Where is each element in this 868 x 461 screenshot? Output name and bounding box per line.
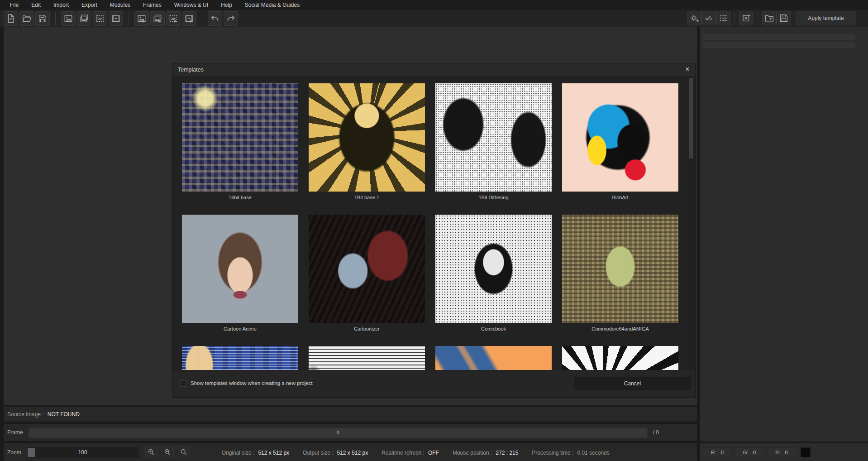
template-thumbnail[interactable] xyxy=(182,83,298,192)
export-image-sequence-icon xyxy=(153,14,162,24)
menu-item-import[interactable]: Import xyxy=(47,0,75,10)
template-thumbnail[interactable] xyxy=(435,215,552,323)
template-folder-add-button[interactable] xyxy=(762,11,777,25)
template-thumbnail[interactable] xyxy=(562,346,678,371)
toolbar-separator xyxy=(758,12,758,24)
template-thumbnail[interactable] xyxy=(309,215,425,323)
open-file-button[interactable] xyxy=(19,11,34,26)
status-field-label: Original size : xyxy=(222,450,255,456)
import-gif-button[interactable]: GIF xyxy=(93,11,107,26)
zoom-tools xyxy=(145,446,190,458)
template-tile[interactable] xyxy=(309,346,425,371)
source-image-label: Source image : xyxy=(7,411,44,418)
status-field: Original size :512 x 512 px xyxy=(222,448,289,456)
zoom-slider-handle[interactable] xyxy=(28,448,35,457)
menu-item-help[interactable]: Help xyxy=(215,0,238,10)
template-delete-button[interactable] xyxy=(739,11,754,25)
frame-bar: Frame 0 / 0 xyxy=(4,423,697,441)
zoom-in-tool-button[interactable] xyxy=(162,446,174,458)
template-tile[interactable]: Commodore64andAMIGA xyxy=(562,215,678,332)
zoom-out-tool-button[interactable] xyxy=(145,446,157,458)
sidebar-row[interactable] xyxy=(703,42,855,48)
template-tile[interactable]: 1Bit Dithering xyxy=(435,83,552,201)
toolbar-right-group: Apply template xyxy=(687,11,856,25)
dialog-scrollbar-thumb[interactable] xyxy=(689,78,693,158)
template-label: Commodore64andAMIGA xyxy=(562,326,678,332)
export-image-sequence-button[interactable] xyxy=(150,11,165,26)
import-image-sequence-button[interactable] xyxy=(77,11,91,26)
frame-label: Frame xyxy=(7,429,23,436)
dialog-header[interactable]: Templates × xyxy=(172,63,695,77)
menu-item-social-media-guides[interactable]: Social Media & Guides xyxy=(238,0,306,10)
template-tile[interactable]: Comicbook xyxy=(435,215,552,332)
template-list-add-button[interactable] xyxy=(716,11,730,25)
frame-slider[interactable]: 0 xyxy=(29,427,648,438)
save-file-button[interactable] xyxy=(35,11,50,26)
undo-button[interactable] xyxy=(208,11,222,26)
template-check-button[interactable] xyxy=(701,11,716,25)
menu-item-edit[interactable]: Edit xyxy=(25,0,47,10)
menu-item-export[interactable]: Export xyxy=(75,0,104,10)
cancel-button[interactable]: Cancel xyxy=(574,377,691,390)
template-thumbnail[interactable] xyxy=(309,346,425,371)
export-video-button[interactable] xyxy=(182,11,196,26)
status-field-label: Realtime refresh : xyxy=(382,450,424,456)
template-thumbnail[interactable] xyxy=(435,83,552,192)
zoom-reset-tool-button[interactable] xyxy=(178,446,190,458)
import-image-button[interactable] xyxy=(61,11,76,26)
template-thumbnail[interactable] xyxy=(309,83,425,192)
template-thumbnail[interactable] xyxy=(435,346,552,371)
zoom-in-tool-icon xyxy=(163,448,172,457)
close-icon[interactable]: × xyxy=(682,64,692,74)
template-label: Comicbook xyxy=(435,326,552,332)
toolbar-separator xyxy=(202,12,202,25)
template-settings-button[interactable] xyxy=(687,11,701,25)
menu-item-windows-ui[interactable]: Windows & UI xyxy=(168,0,215,10)
rgb-value: 0 xyxy=(721,450,724,455)
dialog-footer: Show templates window when creating a ne… xyxy=(172,370,695,397)
export-gif-button[interactable]: GIF xyxy=(166,11,181,26)
status-fields: Original size :512 x 512 pxOutput size :… xyxy=(222,448,610,456)
template-tile[interactable]: Cartoon Anime xyxy=(182,215,298,332)
template-list-add-icon xyxy=(718,13,728,23)
frame-value: 0 xyxy=(337,430,339,435)
import-image-sequence-icon xyxy=(79,14,89,24)
toolbar-separator xyxy=(734,12,735,24)
template-tile[interactable]: 1Bit base 1 xyxy=(309,83,425,201)
template-tile[interactable]: Cartoonizer xyxy=(309,215,425,332)
template-thumbnail[interactable] xyxy=(182,215,298,323)
sidebar-row[interactable] xyxy=(703,34,855,40)
import-video-button[interactable] xyxy=(109,11,123,26)
rgb-label: G: xyxy=(743,450,749,455)
menu-item-frames[interactable]: Frames xyxy=(137,0,168,10)
color-swatch xyxy=(801,447,811,457)
rgb-value: 0 xyxy=(785,450,787,455)
template-tile[interactable]: 16bit base xyxy=(182,83,298,201)
status-field-label: Processing time : xyxy=(532,450,573,456)
new-file-button[interactable] xyxy=(4,11,18,26)
template-thumbnail[interactable] xyxy=(182,346,298,371)
template-tile[interactable] xyxy=(182,346,298,371)
status-field-value: 512 x 512 px xyxy=(258,450,289,456)
zoom-bar: Zoom 100 Original size :512 x 512 pxOutp… xyxy=(4,443,697,461)
menu-bar: FileEditImportExportModulesFramesWindows… xyxy=(0,0,868,10)
status-field-value: OFF xyxy=(428,450,439,456)
export-image-button[interactable] xyxy=(134,11,149,26)
redo-button[interactable] xyxy=(224,11,238,26)
menu-item-file[interactable]: File xyxy=(4,0,25,10)
menu-item-modules[interactable]: Modules xyxy=(104,0,137,10)
svg-text:GIF: GIF xyxy=(171,17,176,20)
template-tile[interactable]: BlobArt xyxy=(562,83,678,201)
apply-template-button[interactable]: Apply template xyxy=(796,11,856,25)
template-thumbnail[interactable] xyxy=(562,83,678,192)
template-save-button[interactable] xyxy=(777,11,791,25)
zoom-slider[interactable]: 100 xyxy=(27,447,139,458)
show-templates-checkbox[interactable] xyxy=(180,380,186,387)
template-tile[interactable] xyxy=(435,346,552,371)
template-thumbnail[interactable] xyxy=(562,215,678,323)
dialog-scrollbar[interactable] xyxy=(689,77,693,370)
zoom-out-tool-icon xyxy=(147,448,156,457)
status-field-value: 272 : 215 xyxy=(496,450,518,456)
rgb-label: B: xyxy=(775,450,780,455)
template-tile[interactable] xyxy=(562,346,678,371)
